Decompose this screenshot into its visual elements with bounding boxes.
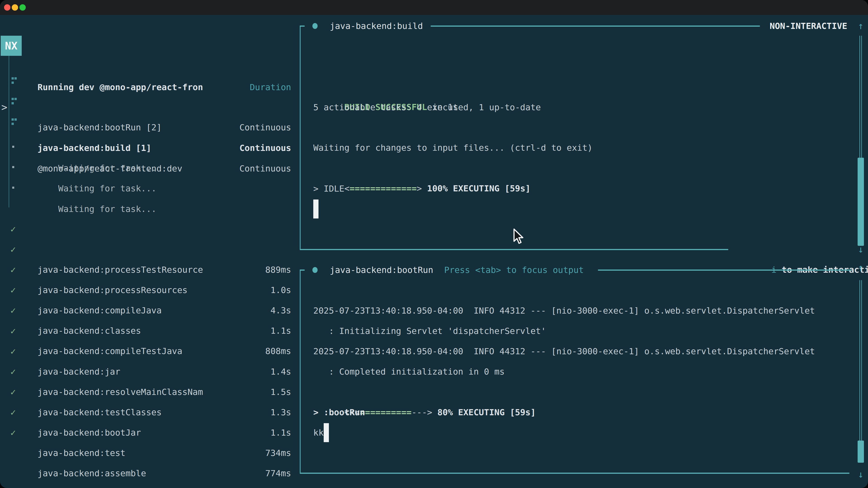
build-idle-line: > IDLE (313, 178, 344, 199)
task-row-selected[interactable]: java-backend:build [1] Continuous (37, 97, 291, 118)
build-scroll-thumb[interactable] (858, 158, 864, 246)
build-scroll-track[interactable] (861, 36, 862, 158)
log-line: 2025-07-23T13:40:18.950-04:00 INFO 44312… (313, 341, 815, 361)
terminal-cursor (324, 423, 329, 442)
task-row[interactable]: java-backend:processResources 1.0s (37, 239, 291, 260)
scroll-down-icon[interactable]: ↓ (856, 239, 866, 260)
nx-logo-text: NX (5, 40, 18, 52)
nx-logo: NX (1, 36, 22, 56)
scroll-up-icon[interactable]: ↑ (856, 16, 866, 36)
task-row[interactable]: Waiting for task... (37, 158, 291, 178)
build-panel-header-line (431, 26, 760, 27)
task-row[interactable]: java-backend:compileJava 4.3s (37, 260, 291, 280)
scroll-up-icon[interactable]: ↑ (856, 258, 866, 278)
log-line: 2025-07-23T13:40:18.950-04:00 INFO 44312… (313, 300, 815, 321)
zoom-button[interactable] (20, 4, 26, 11)
sidebar-header: Running dev @mono-app/react-fron Duratio… (37, 36, 291, 57)
bootrun-scroll-thumb[interactable] (858, 441, 864, 463)
check-icon: ✓ (10, 361, 21, 382)
log-line: : Initializing Servlet 'dispatcherServle… (313, 321, 546, 341)
help-bar: quit:qhelp:? (37, 463, 291, 483)
bootrun-panel-left-border (300, 269, 301, 473)
progress-close: ---> (412, 408, 437, 417)
scroll-down-icon[interactable]: ↓ (856, 464, 866, 485)
build-progress-line: <=============> 100% EXECUTING [59s] (313, 158, 530, 178)
bootrun-task-line: > :bootRun (313, 402, 365, 422)
stdin-input-text[interactable]: kk (313, 422, 324, 443)
spinner-icon (11, 119, 14, 121)
task-row[interactable]: java-backend:testClasses 1.3s (37, 361, 291, 382)
task-row[interactable]: java-backend:compileTestJava 808ms (37, 300, 291, 321)
spinner-icon (11, 77, 14, 79)
bootrun-progress-line: <<<==========---> 80% EXECUTING [59s] (313, 382, 536, 402)
check-icon: ✓ (10, 280, 21, 300)
check-icon: ✓ (10, 219, 21, 239)
bootrun-panel-title: java-backend:bootRun (330, 260, 433, 280)
task-row[interactable]: java-backend:processTestResource 889ms (37, 219, 291, 239)
progress-label: 80% EXECUTING [59s] (437, 408, 536, 417)
check-icon: ✓ (10, 422, 21, 443)
progress-label: 100% EXECUTING [59s] (427, 184, 530, 193)
task-row[interactable]: java-backend:resolveMainClassNam 1.5s (37, 341, 291, 361)
task-row[interactable]: java-backend:test 734ms (37, 402, 291, 422)
check-icon: ✓ (10, 402, 21, 422)
check-icon: ✓ (10, 239, 21, 260)
task-row[interactable]: Waiting for task... (37, 178, 291, 199)
build-panel-corner (300, 26, 305, 27)
task-label: Waiting for task... (58, 204, 157, 214)
task-row[interactable]: java-backend:jar 1.4s (37, 321, 291, 341)
task-row[interactable]: Waiting for task... (37, 138, 291, 158)
bootrun-panel-header-line (598, 269, 851, 271)
build-scroll-track[interactable] (860, 36, 860, 158)
spinner-icon (11, 98, 14, 100)
bootrun-scroll-track[interactable] (861, 280, 862, 441)
waiting-dot-icon (12, 146, 14, 148)
task-status-bullet-icon (312, 267, 318, 273)
task-row[interactable]: java-backend:classes 1.1s (37, 280, 291, 300)
waiting-dot-icon (12, 187, 14, 189)
build-panel-title: java-backend:build (330, 16, 423, 36)
build-success-line: BUILD SUCCESSFUL in 1s (313, 76, 458, 97)
progress-bar: ========== (360, 408, 412, 417)
task-tree-line (8, 56, 9, 207)
task-row[interactable]: java-backend:bootJar 1.1s (37, 382, 291, 402)
check-icon: ✓ (10, 341, 21, 361)
build-panel-left-border (300, 26, 301, 250)
focus-output-hint: Press <tab> to focus output (444, 260, 584, 280)
close-button[interactable] (4, 4, 10, 11)
check-icon: ✓ (10, 382, 21, 402)
terminal-window: NX Running dev @mono-app/react-fron Dura… (0, 0, 868, 488)
terminal-cursor (313, 199, 318, 219)
mouse-cursor (511, 228, 525, 246)
waiting-dot-icon (12, 166, 14, 168)
minimize-button[interactable] (12, 4, 18, 11)
progress-close: > (417, 184, 427, 193)
task-status-bullet-icon (312, 23, 318, 29)
log-line: : Completed initialization in 0 ms (313, 361, 504, 382)
bootrun-panel-corner (300, 269, 305, 271)
non-interactive-badge: NON-INTERACTIVE (770, 16, 847, 36)
task-row[interactable]: @mono-app/react-frontend:dev Continuous (37, 118, 291, 138)
check-icon: ✓ (10, 260, 21, 280)
titlebar (0, 0, 868, 15)
interactive-hint: i to make interactive (740, 239, 868, 260)
build-waiting-line: Waiting for changes to input files... (c… (313, 138, 592, 158)
build-panel-bottom-line (300, 249, 728, 250)
build-summary-line: 5 actionable tasks: 4 executed, 1 up-to-… (313, 97, 541, 118)
bootrun-scroll-track[interactable] (860, 280, 860, 441)
progress-open: < (344, 184, 349, 193)
check-icon: ✓ (10, 300, 21, 321)
selected-task-caret-icon: > (1, 97, 7, 118)
task-row[interactable]: java-backend:assemble 774ms (37, 422, 291, 443)
task-row[interactable]: java-backend:bootRun [2] Continuous (37, 76, 291, 97)
bootrun-panel-bottom-line (300, 473, 849, 474)
progress-bar: ============= (349, 184, 416, 193)
check-icon: ✓ (10, 321, 21, 341)
